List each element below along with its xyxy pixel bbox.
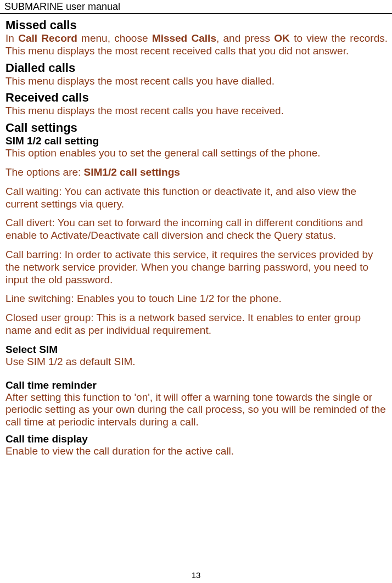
section-call-settings: Call settings SIM 1/2 call setting This … [5,121,388,458]
text-closed-group: Closed user group: This is a network bas… [5,312,388,337]
section-dialled-calls: Dialled calls This menu displays the mos… [5,61,388,88]
text: The options are: [5,166,84,178]
text: In [5,32,18,44]
section-missed-calls: Missed calls In Call Record menu, choose… [5,18,388,58]
heading-received-calls: Received calls [5,91,388,105]
text-reminder: After setting this function to 'on', it … [5,391,388,429]
text-line-switching: Line switching: Enables you to touch Lin… [5,293,388,305]
text-sim-setting: This option enables you to set the gener… [5,147,388,160]
page-header: SUBMARINE user manual [0,0,392,14]
bold-text: Call Record [18,32,77,44]
subheading-reminder: Call time reminder [5,379,388,391]
text-display: Enable to view the call duration for the… [5,445,388,458]
text: , and press [216,32,274,44]
text-select-sim: Use SIM 1/2 as default SIM. [5,356,388,368]
section-received-calls: Received calls This menu displays the mo… [5,91,388,117]
text-call-divert: Call divert: You can set to forward the … [5,217,388,242]
subheading-display: Call time display [5,433,388,445]
subheading-select-sim: Select SIM [5,344,388,356]
text-dialled-calls: This menu displays the most recent calls… [5,75,388,88]
heading-call-settings: Call settings [5,121,388,135]
text-received-calls: This menu displays the most recent calls… [5,105,388,117]
bold-text: Missed Calls [152,32,216,44]
select-sim-block: Select SIM Use SIM 1/2 as default SIM. [5,344,388,368]
bold-text: OK [274,32,290,44]
text: menu, choose [77,32,152,44]
text-options: The options are: SIM1/2 call settings [5,166,388,179]
text-call-barring: Call barring: In order to activate this … [5,249,388,286]
page-number: 13 [0,570,392,580]
heading-dialled-calls: Dialled calls [5,61,388,75]
bold-text: SIM1/2 call settings [84,166,180,178]
page-content: Missed calls In Call Record menu, choose… [0,14,392,458]
text-missed-calls: In Call Record menu, choose Missed Calls… [5,32,388,58]
heading-missed-calls: Missed calls [5,18,388,32]
reminder-block: Call time reminder After setting this fu… [5,379,388,429]
display-block: Call time display Enable to view the cal… [5,433,388,458]
text-call-waiting: Call waiting: You can activate this func… [5,186,388,211]
subheading-sim-setting: SIM 1/2 call setting [5,135,388,147]
